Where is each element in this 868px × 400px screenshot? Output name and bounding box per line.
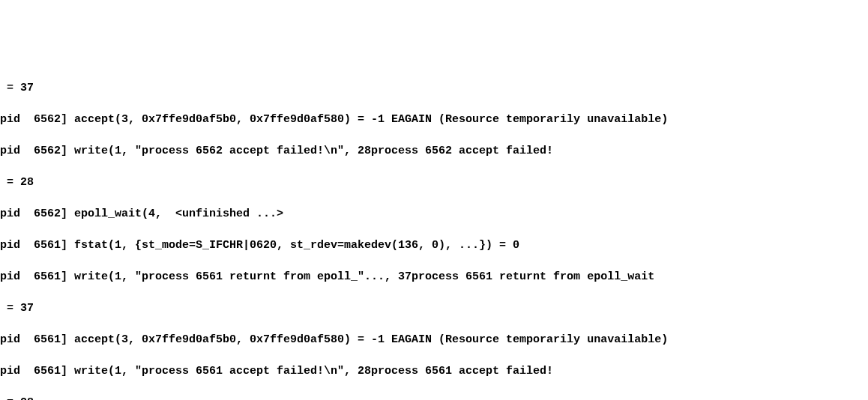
strace-line: pid 6561] fstat(1, {st_mode=S_IFCHR|0620… <box>0 237 868 253</box>
strace-line: pid 6561] write(1, "process 6561 accept … <box>0 363 868 379</box>
strace-line: = 28 <box>0 175 868 190</box>
strace-line: = 28 <box>0 395 868 400</box>
strace-line: pid 6561] write(1, "process 6561 returnt… <box>0 269 868 285</box>
strace-line: pid 6562] write(1, "process 6562 accept … <box>0 143 868 159</box>
terminal-output: = 37 pid 6562] accept(3, 0x7ffe9d0af5b0,… <box>0 64 868 400</box>
strace-line: pid 6562] epoll_wait(4, <unfinished ...> <box>0 206 868 222</box>
strace-line: pid 6561] accept(3, 0x7ffe9d0af5b0, 0x7f… <box>0 332 868 348</box>
strace-line: pid 6562] accept(3, 0x7ffe9d0af5b0, 0x7f… <box>0 112 868 127</box>
strace-line: = 37 <box>0 80 868 96</box>
strace-line: = 37 <box>0 300 868 316</box>
